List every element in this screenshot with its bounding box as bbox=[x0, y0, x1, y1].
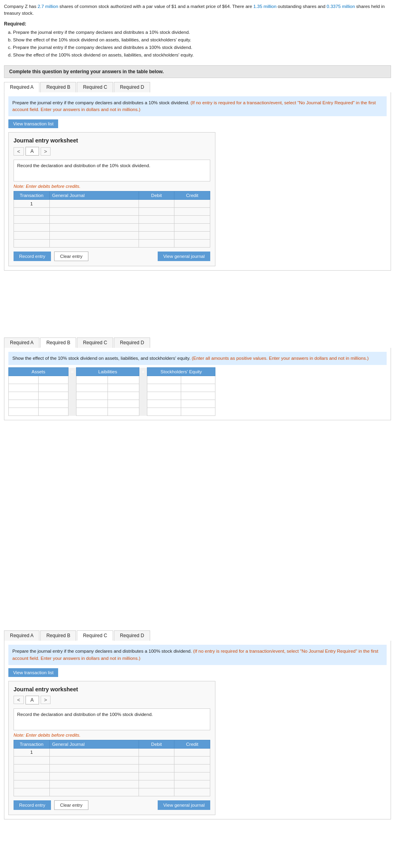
debit-cell-a-4[interactable] bbox=[139, 224, 174, 232]
gj-cell-c-6[interactable] bbox=[49, 788, 139, 796]
assets-b-2b[interactable] bbox=[39, 384, 68, 392]
equity-b-2a[interactable] bbox=[147, 384, 181, 392]
liab-b-2a[interactable] bbox=[76, 384, 108, 392]
assets-b-4b[interactable] bbox=[39, 400, 68, 408]
gj-input-c-5[interactable] bbox=[51, 782, 137, 786]
tab-required-c-1[interactable]: Required C bbox=[77, 82, 113, 92]
debit-input-a-4[interactable] bbox=[141, 225, 173, 230]
debit-cell-c-5[interactable] bbox=[139, 780, 174, 788]
tab-required-b-3[interactable]: Required B bbox=[40, 630, 76, 641]
debit-input-c-6[interactable] bbox=[141, 790, 173, 794]
liab-input-b-1b[interactable] bbox=[110, 378, 137, 382]
liab-input-b-2b[interactable] bbox=[110, 386, 137, 390]
equity-input-b-3b[interactable] bbox=[183, 394, 213, 398]
credit-input-c-5[interactable] bbox=[176, 782, 208, 786]
clear-entry-btn-c[interactable]: Clear entry bbox=[54, 800, 88, 810]
credit-cell-c-2[interactable] bbox=[174, 756, 210, 764]
credit-cell-c-6[interactable] bbox=[174, 788, 210, 796]
nav-arrow-right-a[interactable]: > bbox=[41, 147, 51, 156]
gj-input-a-6[interactable] bbox=[51, 241, 137, 246]
credit-input-a-6[interactable] bbox=[176, 241, 208, 246]
tab-required-a-2[interactable]: Required A bbox=[4, 337, 39, 348]
gj-input-c-3[interactable] bbox=[51, 766, 137, 770]
nav-arrow-left-a[interactable]: < bbox=[14, 147, 24, 156]
debit-input-c-5[interactable] bbox=[141, 782, 173, 786]
credit-input-c-4[interactable] bbox=[176, 774, 208, 778]
assets-input-b-1b[interactable] bbox=[40, 378, 66, 382]
gj-cell-a-1[interactable] bbox=[49, 200, 139, 208]
debit-input-a-2[interactable] bbox=[141, 209, 173, 214]
equity-input-b-1a[interactable] bbox=[149, 378, 180, 382]
credit-input-c-1[interactable] bbox=[176, 750, 208, 755]
tab-required-d-1[interactable]: Required D bbox=[114, 82, 150, 92]
assets-input-b-5b[interactable] bbox=[40, 410, 66, 414]
liab-input-b-3a[interactable] bbox=[78, 394, 106, 398]
tab-required-b-2[interactable]: Required B bbox=[40, 337, 76, 348]
debit-cell-a-1[interactable] bbox=[139, 200, 174, 208]
equity-b-5a[interactable] bbox=[147, 408, 181, 416]
gj-input-c-1[interactable] bbox=[51, 750, 137, 755]
tab-required-d-3[interactable]: Required D bbox=[114, 630, 150, 641]
record-entry-btn-a[interactable]: Record entry bbox=[14, 252, 51, 261]
assets-input-b-3b[interactable] bbox=[40, 394, 66, 398]
equity-input-b-2a[interactable] bbox=[149, 386, 180, 390]
debit-input-c-3[interactable] bbox=[141, 766, 173, 770]
gj-cell-a-2[interactable] bbox=[49, 208, 139, 216]
assets-b-3a[interactable] bbox=[9, 392, 39, 400]
equity-input-b-4a[interactable] bbox=[149, 402, 180, 406]
gj-cell-a-5[interactable] bbox=[49, 232, 139, 240]
assets-b-2a[interactable] bbox=[9, 384, 39, 392]
tab-required-d-2[interactable]: Required D bbox=[114, 337, 150, 348]
equity-b-1a[interactable] bbox=[147, 376, 181, 384]
equity-input-b-3a[interactable] bbox=[149, 394, 180, 398]
tab-required-b-1[interactable]: Required B bbox=[40, 82, 76, 92]
debit-input-c-1[interactable] bbox=[141, 750, 173, 755]
gj-input-a-5[interactable] bbox=[51, 233, 137, 238]
liab-b-2b[interactable] bbox=[108, 384, 139, 392]
credit-cell-a-2[interactable] bbox=[174, 208, 210, 216]
debit-cell-c-4[interactable] bbox=[139, 772, 174, 780]
tab-required-a-1[interactable]: Required A bbox=[4, 82, 39, 92]
assets-input-b-3a[interactable] bbox=[10, 394, 37, 398]
credit-input-a-4[interactable] bbox=[176, 225, 208, 230]
credit-input-c-6[interactable] bbox=[176, 790, 208, 794]
equity-b-4b[interactable] bbox=[181, 400, 215, 408]
assets-b-5a[interactable] bbox=[9, 408, 39, 416]
equity-input-b-2b[interactable] bbox=[183, 386, 213, 390]
liab-b-3a[interactable] bbox=[76, 392, 108, 400]
tab-required-c-2[interactable]: Required C bbox=[77, 337, 113, 348]
debit-input-c-4[interactable] bbox=[141, 774, 173, 778]
assets-input-b-1a[interactable] bbox=[10, 378, 37, 382]
liab-input-b-1a[interactable] bbox=[78, 378, 106, 382]
debit-cell-a-2[interactable] bbox=[139, 208, 174, 216]
debit-cell-a-5[interactable] bbox=[139, 232, 174, 240]
assets-input-b-2b[interactable] bbox=[40, 386, 66, 390]
gj-input-c-6[interactable] bbox=[51, 790, 137, 794]
equity-b-2b[interactable] bbox=[181, 384, 215, 392]
equity-b-4a[interactable] bbox=[147, 400, 181, 408]
liab-b-4b[interactable] bbox=[108, 400, 139, 408]
clear-entry-btn-a[interactable]: Clear entry bbox=[54, 252, 88, 261]
liab-input-b-5b[interactable] bbox=[110, 410, 137, 414]
gj-input-c-2[interactable] bbox=[51, 758, 137, 763]
equity-input-b-1b[interactable] bbox=[183, 378, 213, 382]
assets-input-b-5a[interactable] bbox=[10, 410, 37, 414]
view-general-journal-btn-c[interactable]: View general journal bbox=[158, 800, 210, 810]
liab-b-3b[interactable] bbox=[108, 392, 139, 400]
nav-arrow-right-c[interactable]: > bbox=[41, 696, 51, 704]
gj-input-a-3[interactable] bbox=[51, 217, 137, 222]
gj-cell-a-6[interactable] bbox=[49, 240, 139, 248]
debit-input-a-3[interactable] bbox=[141, 217, 173, 222]
gj-cell-c-5[interactable] bbox=[49, 780, 139, 788]
equity-input-b-4b[interactable] bbox=[183, 402, 213, 406]
debit-cell-c-1[interactable] bbox=[139, 748, 174, 756]
equity-b-1b[interactable] bbox=[181, 376, 215, 384]
debit-input-a-5[interactable] bbox=[141, 233, 173, 238]
credit-cell-c-4[interactable] bbox=[174, 772, 210, 780]
debit-cell-c-6[interactable] bbox=[139, 788, 174, 796]
gj-cell-c-3[interactable] bbox=[49, 764, 139, 772]
assets-b-1b[interactable] bbox=[39, 376, 68, 384]
credit-cell-c-1[interactable] bbox=[174, 748, 210, 756]
liab-input-b-2a[interactable] bbox=[78, 386, 106, 390]
tab-required-c-3[interactable]: Required C bbox=[77, 630, 113, 641]
